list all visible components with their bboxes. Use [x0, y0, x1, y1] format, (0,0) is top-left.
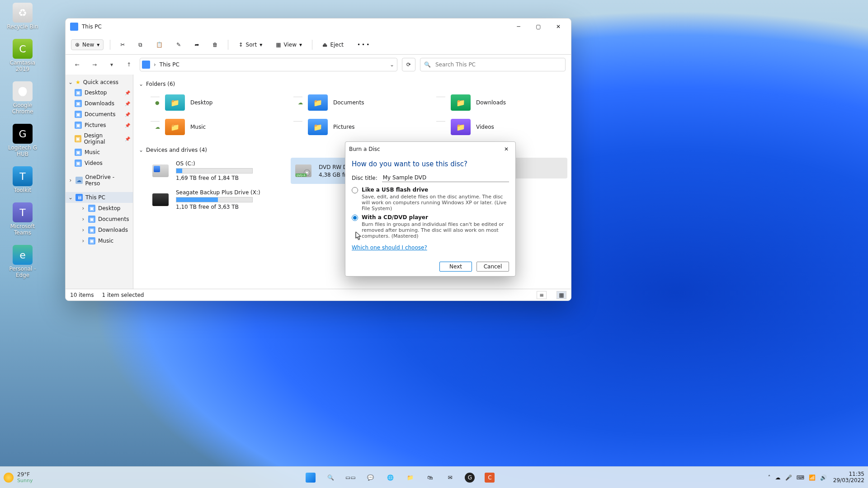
view-button[interactable]: ▦ View ▾ [272, 40, 306, 50]
app1-button[interactable]: G [462, 469, 478, 486]
folder-tile[interactable]: 📁Downloads [434, 92, 567, 113]
navigation-pane[interactable]: ⌄★ Quick access ▣Desktop📌▣Downloads📌▣Doc… [66, 75, 133, 289]
recent-button[interactable]: ▾ [105, 58, 118, 71]
close-button[interactable]: ✕ [548, 19, 568, 35]
folder-tile[interactable]: ☁📁Documents [291, 92, 425, 113]
desktop-icon-camtasia[interactable]: CCamtasia 2019 [3, 39, 42, 72]
mail-button[interactable]: ✉ [442, 469, 458, 486]
disc-title-input[interactable] [382, 174, 509, 182]
nav-item[interactable]: ▣Pictures📌 [66, 120, 133, 131]
sort-button[interactable]: ↕ Sort ▾ [235, 40, 266, 50]
radio-button[interactable] [352, 215, 358, 221]
more-button[interactable]: ••• [354, 40, 374, 50]
desktop-icon-recycle-bin[interactable]: ♻Recycle Bin [3, 3, 42, 30]
new-button[interactable]: ⊕ New ▾ [71, 39, 104, 50]
burn-option[interactable]: With a CD/DVD playerBurn files in groups… [352, 214, 509, 239]
details-view-button[interactable]: ≡ [537, 291, 547, 299]
forward-button[interactable]: → [88, 58, 101, 71]
help-link[interactable]: Which one should I choose? [352, 244, 427, 251]
clock[interactable]: 11:35 29/03/2022 [833, 471, 864, 483]
drives-header-label: Devices and drives (4) [146, 147, 207, 153]
nav-item[interactable]: ▣Documents📌 [66, 109, 133, 120]
capacity-bar [176, 197, 253, 202]
this-pc-node[interactable]: ⌄🖥 This PC [66, 192, 133, 203]
folder-tile[interactable]: 📁Pictures [291, 116, 425, 138]
search-icon: 🔍 [424, 61, 431, 68]
edge-button[interactable]: 🌐 [382, 469, 398, 486]
breadcrumb[interactable]: This PC [160, 61, 179, 68]
dialog-close-button[interactable]: ✕ [501, 145, 512, 154]
quick-access-header[interactable]: ⌄★ Quick access [66, 77, 133, 87]
windows-icon [306, 473, 316, 483]
date: 29/03/2022 [833, 478, 864, 483]
search-icon: 🔍 [327, 474, 334, 481]
taskbar[interactable]: 29°F Sunny 🔍 ▭▭ 💬 🌐 📁 🛍 ✉ G C ˄ ☁ 🎤 ⌨ 📶 … [0, 466, 868, 488]
nav-tree-item[interactable]: ›▣Downloads [66, 225, 133, 235]
task-view-button[interactable]: ▭▭ [342, 469, 359, 486]
copy-button[interactable]: ⧉ [135, 40, 146, 50]
folder-icon: ▣ [88, 216, 95, 223]
tiles-view-button[interactable]: ▦ [557, 291, 566, 299]
nav-tree-item[interactable]: ›▣Music [66, 235, 133, 246]
desktop-icon-toolkit[interactable]: TToolkit [3, 166, 42, 193]
onedrive-tray-icon[interactable]: ☁ [775, 474, 781, 481]
folder-tile[interactable]: 📁Videos [434, 116, 567, 138]
next-button[interactable]: Next [439, 262, 472, 272]
folder-tile[interactable]: ●📁Desktop [148, 92, 282, 113]
icon-label: Recycle Bin [7, 23, 38, 30]
nav-tree-item[interactable]: ›▣Documents [66, 214, 133, 225]
eject-button[interactable]: ⏏ Eject [319, 40, 347, 50]
onedrive-node[interactable]: ›☁ OneDrive - Perso [66, 172, 133, 188]
address-bar[interactable]: › This PC ⌄ [140, 58, 397, 71]
camtasia-button[interactable]: C [481, 469, 498, 486]
refresh-button[interactable]: ⟳ [402, 58, 415, 71]
cut-button[interactable]: ✂ [117, 40, 128, 50]
nav-item[interactable]: ▣Desktop📌 [66, 87, 133, 98]
up-button[interactable]: ↑ [123, 58, 135, 71]
desktop-icon-edge[interactable]: ePersonal - Edge [3, 245, 42, 278]
desktop-icon-teams[interactable]: TMicrosoft Teams [3, 202, 42, 236]
chat-button[interactable]: 💬 [362, 469, 378, 486]
tray-overflow[interactable]: ˄ [768, 474, 771, 481]
nav-item[interactable]: ▣Videos [66, 158, 133, 169]
radio-button[interactable] [352, 187, 358, 193]
rename-button[interactable]: ✎ [173, 40, 184, 50]
nav-item[interactable]: ▣Music [66, 147, 133, 158]
search-button[interactable]: 🔍 [322, 469, 339, 486]
nav-item[interactable]: ▣Design Original📌 [66, 131, 133, 147]
drive-tile[interactable]: Seagate Backup Plus Drive (X:)1,10 TB fr… [148, 187, 282, 213]
nav-label: Videos [85, 160, 103, 166]
drive-tile[interactable]: OS (C:)1,69 TB free of 1,84 TB [148, 158, 282, 184]
delete-button[interactable]: 🗑 [209, 40, 222, 50]
share-button[interactable]: ➦ [191, 40, 203, 50]
toolkit-icon: T [13, 166, 33, 186]
sort-label: Sort [246, 42, 257, 48]
nav-item[interactable]: ▣Downloads📌 [66, 98, 133, 109]
folder-tile[interactable]: ☁📁Music [148, 116, 282, 138]
language-tray[interactable]: ⌨ [797, 474, 804, 481]
back-button[interactable]: ← [71, 58, 84, 71]
volume-tray-icon[interactable]: 🔊 [820, 474, 827, 481]
start-button[interactable] [302, 469, 319, 486]
mic-tray-icon[interactable]: 🎤 [785, 474, 792, 481]
icon-label: Logitech G HUB [3, 145, 42, 157]
history-dropdown[interactable]: ⌄ [390, 61, 394, 68]
folders-section-header[interactable]: ⌄Folders (6) [137, 78, 567, 90]
weather-widget[interactable]: 29°F Sunny [4, 471, 33, 483]
maximize-button[interactable]: ▢ [528, 19, 548, 35]
titlebar[interactable]: This PC ─ ▢ ✕ [66, 19, 571, 35]
burn-option[interactable]: Like a USB flash driveSave, edit, and de… [352, 187, 509, 211]
store-button[interactable]: 🛍 [422, 469, 438, 486]
search-input[interactable] [434, 61, 561, 68]
desktop-icon-chrome[interactable]: ◉Google Chrome [3, 81, 42, 115]
minimize-button[interactable]: ─ [509, 19, 528, 35]
paste-button[interactable]: 📋 [152, 40, 166, 50]
chat-icon: 💬 [367, 474, 374, 481]
cancel-button[interactable]: Cancel [476, 262, 509, 272]
search-box[interactable]: 🔍 [420, 58, 566, 71]
dialog-titlebar[interactable]: Burn a Disc ✕ [345, 142, 515, 156]
nav-tree-item[interactable]: ›▣Desktop [66, 203, 133, 214]
network-tray-icon[interactable]: 📶 [809, 474, 816, 481]
explorer-button[interactable]: 📁 [402, 469, 418, 486]
desktop-icon-ghub[interactable]: GLogitech G HUB [3, 124, 42, 157]
